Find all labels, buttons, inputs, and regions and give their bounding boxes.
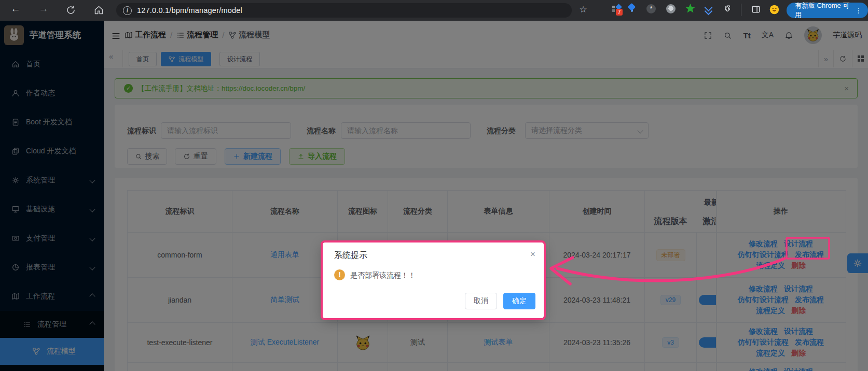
side-panel-icon[interactable] [751,4,761,15]
browser-forward-button[interactable]: → [36,3,51,15]
site-info-icon[interactable]: i [123,6,132,15]
extension-sphere-icon[interactable] [666,4,676,13]
modal-overlay[interactable] [0,21,868,371]
dialog-title: 系统提示 [334,250,367,261]
extension-badge: 7 [616,9,623,16]
bookmark-star-icon[interactable]: ☆ [576,4,590,15]
confirm-button[interactable]: 确定 [503,293,535,309]
extension-devtool-icon[interactable]: 7 [612,5,623,16]
warning-icon: ! [334,269,345,280]
browser-reload-button[interactable] [65,5,80,16]
confirm-dialog: 系统提示 × ! 是否部署该流程！！ 取消 确定 [323,242,544,318]
browser-toolbar: ← → i 127.0.0.1/bpm/manager/model ☆ 7 * … [0,0,868,21]
toolbar-divider [741,4,741,16]
extension-chevrons-icon[interactable] [706,5,711,14]
extension-gem-icon[interactable] [629,4,635,12]
chrome-update-label: 有新版 Chrome 可用 [795,1,850,20]
browser-home-button[interactable] [93,5,108,16]
browser-back-button[interactable]: ← [8,3,23,15]
dialog-close-icon[interactable]: × [530,249,535,260]
cancel-button[interactable]: 取消 [465,293,497,309]
browser-menu-icon[interactable]: ⋮ [855,6,863,15]
address-bar[interactable]: i 127.0.0.1/bpm/manager/model [116,3,572,18]
url-text[interactable]: 127.0.0.1/bpm/manager/model [137,6,242,15]
extension-snowflake-icon[interactable]: * [646,4,656,13]
chrome-update-button[interactable]: 有新版 Chrome 可用 ⋮ [787,3,868,18]
profile-avatar-icon[interactable] [769,4,780,15]
extension-star-icon[interactable] [685,4,695,13]
dialog-message: 是否部署该流程！！ [350,271,416,280]
extensions-puzzle-icon[interactable] [724,4,734,14]
